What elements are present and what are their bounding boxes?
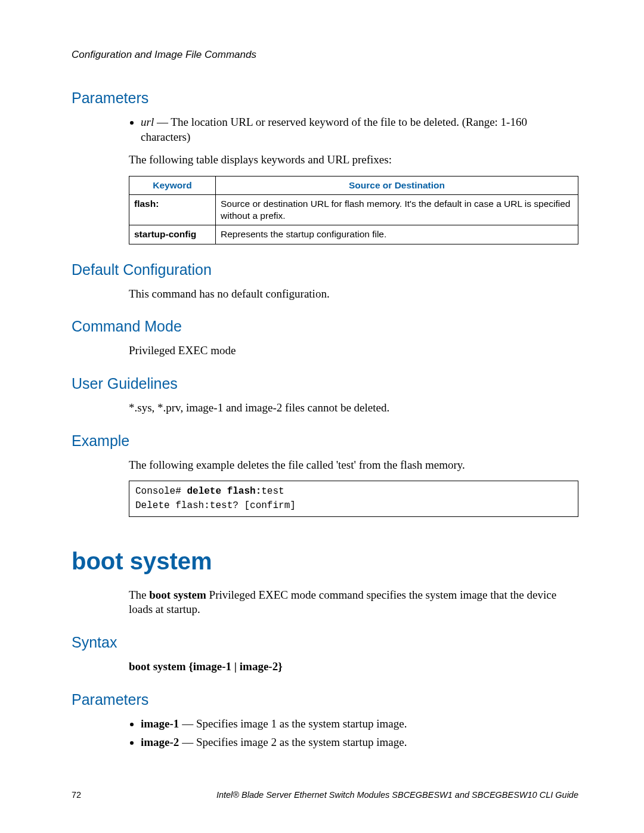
parameters2-list: image-1 — Specifies image 1 as the syste… — [129, 717, 578, 750]
list-item: image-1 — Specifies image 1 as the syste… — [141, 717, 578, 732]
heading-syntax: Syntax — [72, 634, 578, 651]
parameters1-content: url — The location URL or reserved keywo… — [129, 115, 578, 244]
code-line2: Delete flash:test? [confirm] — [135, 500, 296, 511]
heading-example: Example — [72, 432, 578, 450]
list-item: url — The location URL or reserved keywo… — [141, 115, 578, 144]
parameters1-list: url — The location URL or reserved keywo… — [129, 115, 578, 144]
parameters2-content: image-1 — Specifies image 1 as the syste… — [129, 717, 578, 750]
param-desc: — The location URL or reserved keyword o… — [141, 116, 527, 143]
example-code: Console# delete flash:test Delete flash:… — [129, 481, 578, 516]
table-row: startup-config Represents the startup co… — [129, 225, 578, 244]
user-guidelines-content: *.sys, *.prv, image-1 and image-2 files … — [129, 401, 578, 416]
intro-prefix: The — [129, 589, 149, 601]
command-mode-content: Privileged EXEC mode — [129, 343, 578, 358]
heading-parameters-2: Parameters — [72, 691, 578, 708]
table-cell-desc: Represents the startup configuration fil… — [216, 225, 578, 244]
code-prompt: Console# — [135, 486, 187, 497]
code-arg: test — [261, 486, 284, 497]
heading-parameters: Parameters — [72, 89, 578, 107]
boot-system-intro: The boot system Privileged EXEC mode com… — [129, 588, 578, 617]
param-name: image-1 — [141, 717, 179, 730]
table-cell-keyword: flash: — [129, 195, 216, 225]
boot-system-text: The boot system Privileged EXEC mode com… — [129, 588, 578, 617]
param-name: url — [141, 116, 154, 128]
table-intro-text: The following table displays keywords an… — [129, 153, 578, 168]
user-guidelines-text: *.sys, *.prv, image-1 and image-2 files … — [129, 401, 578, 416]
example-content: The following example deletes the file c… — [129, 458, 578, 517]
command-mode-text: Privileged EXEC mode — [129, 343, 578, 358]
param-desc: — Specifies image 2 as the system startu… — [179, 736, 407, 748]
code-command: delete flash: — [187, 486, 261, 497]
intro-bold: boot system — [149, 589, 206, 601]
param-name: image-2 — [141, 736, 179, 748]
heading-user-guidelines: User Guidelines — [72, 375, 578, 392]
example-text: The following example deletes the file c… — [129, 458, 578, 473]
default-config-content: This command has no default configuratio… — [129, 287, 578, 302]
table-cell-keyword: startup-config — [129, 225, 216, 244]
table-header-destination: Source or Destination — [216, 176, 578, 195]
page-header: Configuration and Image File Commands — [72, 49, 578, 61]
keyword-table: Keyword Source or Destination flash: Sou… — [129, 176, 578, 244]
document-page: Configuration and Image File Commands Pa… — [0, 0, 644, 833]
syntax-line: boot system {image-1 | image-2} — [129, 659, 578, 674]
table-header-keyword: Keyword — [129, 176, 216, 195]
default-config-text: This command has no default configuratio… — [129, 287, 578, 302]
table-cell-desc: Source or destination URL for flash memo… — [216, 195, 578, 225]
footer-title: Intel® Blade Server Ethernet Switch Modu… — [216, 790, 578, 800]
list-item: image-2 — Specifies image 2 as the syste… — [141, 735, 578, 750]
page-number: 72 — [72, 790, 81, 800]
syntax-content: boot system {image-1 | image-2} — [129, 659, 578, 674]
heading-default-config: Default Configuration — [72, 261, 578, 278]
page-footer: 72 Intel® Blade Server Ethernet Switch M… — [72, 790, 578, 800]
heading-command-mode: Command Mode — [72, 318, 578, 335]
param-desc: — Specifies image 1 as the system startu… — [179, 717, 407, 730]
heading-boot-system: boot system — [72, 548, 578, 575]
table-row: flash: Source or destination URL for fla… — [129, 195, 578, 225]
